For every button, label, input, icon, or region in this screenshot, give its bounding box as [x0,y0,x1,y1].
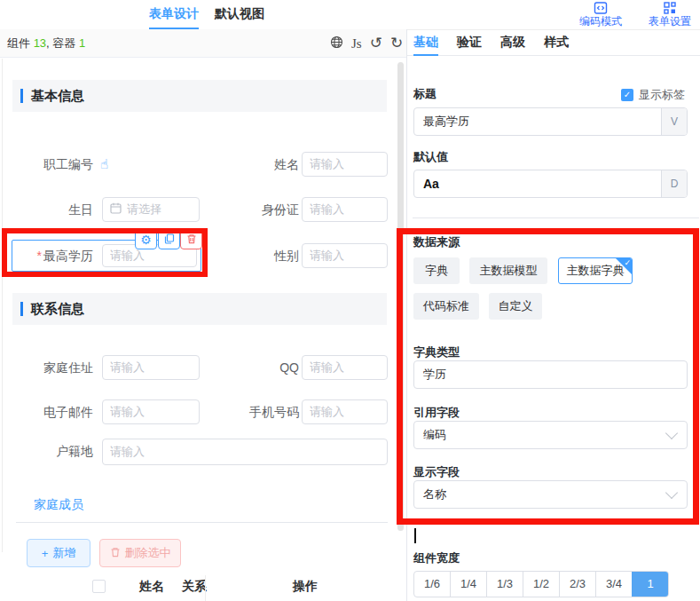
tab-validation[interactable]: 验证 [457,29,482,56]
chevron-down-icon [665,427,678,439]
component-count: 13 [34,36,46,50]
title-variable-button[interactable]: V [661,108,687,135]
gender-input[interactable]: 请输入 [302,243,388,268]
width-option-1-6[interactable]: 1/6 [414,572,450,597]
tab-basic[interactable]: 基础 [413,29,438,56]
add-row-label: 新增 [52,545,75,561]
family-members-link[interactable]: 家庭成员 [34,497,83,513]
name-placeholder: 请输入 [310,156,344,172]
field-label-qq: QQ [224,355,299,380]
field-label-email: 电子邮件 [18,399,93,424]
qq-input[interactable]: 请输入 [302,355,388,380]
home-address-input[interactable]: 请输入 [102,355,200,380]
undo-icon[interactable]: ↺ [370,36,382,51]
width-option-1-4[interactable]: 1/4 [450,572,486,597]
default-value-input[interactable]: Aa D [413,170,688,198]
plus-icon: + [42,547,49,560]
default-value-d-button[interactable]: D [661,170,687,197]
source-option-custom[interactable]: 自定义 [489,293,542,320]
section-contact-title: 联系信息 [31,301,84,318]
mobile-input[interactable]: 请输入 [302,399,388,424]
source-option-dictionary[interactable]: 字典 [413,257,460,284]
data-source-label: 数据来源 [413,234,460,250]
code-mode-button[interactable]: 编码模式 [576,1,625,28]
birthday-input[interactable]: 请选择 [102,197,200,222]
text-caret [414,528,416,543]
idcard-input[interactable]: 请输入 [302,197,388,222]
component-settings-button[interactable]: ⚙ [135,229,157,249]
canvas-scrollbar[interactable] [397,62,404,531]
globe-icon[interactable] [330,36,343,51]
trash-icon [186,232,197,248]
qq-placeholder: 请输入 [310,360,344,376]
view-tabs: 表单设计 默认视图 [149,0,264,29]
width-option-full[interactable]: 1 [632,572,668,597]
copy-icon [164,232,175,248]
checkbox-checked-icon[interactable]: ✓ [621,89,633,101]
family-divider [16,522,388,523]
width-option-1-2[interactable]: 1/2 [523,572,559,597]
container-word: , 容器 [46,36,79,50]
display-field-value: 名称 [414,486,667,502]
field-label-gender: 性别 [224,243,299,268]
width-option-2-3[interactable]: 2/3 [559,572,595,597]
gender-placeholder: 请输入 [310,248,344,264]
show-label-text: 显示标签 [639,87,685,103]
form-settings-button[interactable]: 表单设置 [645,1,695,28]
show-label-option[interactable]: ✓ 显示标签 [621,87,685,103]
table-header-actions: 操作 [293,579,318,595]
ref-field-select[interactable]: 编码 [413,421,688,449]
tab-default-view[interactable]: 默认视图 [215,0,264,29]
display-field-select[interactable]: 名称 [413,480,688,509]
add-row-button[interactable]: + 新增 [27,539,90,567]
tab-style[interactable]: 样式 [544,29,569,56]
field-label-education: *最高学历 [18,243,93,268]
redo-icon[interactable]: ↻ [390,36,403,51]
gear-icon: ⚙ [140,233,152,246]
canvas-left-border [2,59,3,552]
component-copy-button[interactable] [158,229,180,249]
canvas-selection-info: 组件 13, 容器 1 [7,36,85,51]
email-input[interactable]: 请输入 [102,399,200,424]
ref-field-label: 引用字段 [413,405,460,421]
display-field-label: 显示字段 [413,464,460,480]
title-input[interactable]: 最高学历 V [413,107,688,136]
panel-divider [406,29,407,601]
touch-select-icon[interactable]: ☝ [100,152,108,177]
trash-icon [110,547,121,560]
container-count: 1 [79,36,85,50]
width-option-1-3[interactable]: 1/3 [486,572,523,597]
section-basic-title: 基本信息 [31,88,84,105]
home-address-placeholder: 请输入 [110,360,145,376]
property-tabs: 基础 验证 高级 样式 [413,29,569,56]
field-label-birthday: 生日 [18,197,93,222]
source-option-master-model[interactable]: 主数据模型 [469,257,547,284]
required-mark: * [37,249,42,263]
dict-type-input[interactable]: 学历 [413,360,688,389]
title-value: 最高学历 [414,114,661,130]
component-delete-button[interactable] [180,229,202,249]
tab-advanced[interactable]: 高级 [500,29,525,56]
field-label-home-address: 家庭住址 [18,355,93,380]
source-option-master-dictionary[interactable]: 主数据字典 ✓ [558,257,633,284]
registered-residence-input[interactable]: 请输入 [102,439,388,465]
tab-form-design[interactable]: 表单设计 [149,0,199,29]
field-label-idcard: 身份证 [224,197,299,222]
component-word: 组件 [7,36,34,50]
width-option-3-4[interactable]: 3/4 [595,572,632,597]
education-placeholder: 请输入 [110,248,145,264]
field-label-name: 姓名 [224,152,299,177]
source-option-code-standard[interactable]: 代码标准 [413,293,479,320]
name-input[interactable]: 请输入 [302,152,388,177]
js-icon[interactable]: Js [351,36,362,51]
delete-selected-button[interactable]: 删除选中 [99,539,181,567]
component-width-label: 组件宽度 [413,550,460,566]
birthday-placeholder: 请选择 [127,202,161,217]
select-all-checkbox[interactable] [92,580,106,593]
idcard-placeholder: 请输入 [310,202,344,217]
width-segmented-control: 1/6 1/4 1/3 1/2 2/3 3/4 1 [413,571,669,597]
mobile-placeholder: 请输入 [310,404,344,420]
ref-field-value: 编码 [414,427,667,443]
table-header-name: 姓名 [139,579,164,595]
field-label-employee-no: 职工编号 [18,152,93,177]
